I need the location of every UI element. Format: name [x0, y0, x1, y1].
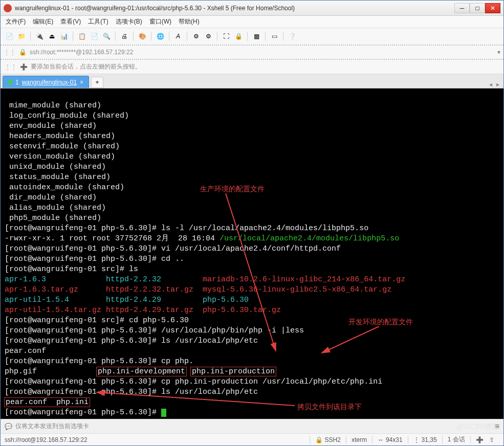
menu-tabs[interactable]: 选项卡(B): [116, 17, 142, 26]
term-line: log_config_module (shared): [5, 112, 129, 120]
lock-button[interactable]: 🔒: [233, 31, 244, 42]
fullscreen-button[interactable]: ⛶: [221, 31, 232, 42]
separator: [169, 32, 169, 41]
term-line: version_module (shared): [5, 152, 115, 161]
font-button[interactable]: A: [172, 31, 184, 42]
svg-line-1: [322, 326, 379, 353]
address-bar: ⋮⋮ 🔒 ssh://root:********@192.168.57.129:…: [1, 46, 503, 60]
input-field[interactable]: [92, 422, 492, 431]
properties-button[interactable]: 📊: [58, 31, 70, 42]
reconnect-button[interactable]: 🔌: [34, 31, 45, 42]
term-line: unixd_module (shared): [5, 163, 106, 171]
status-connection: ssh://root@192.168.57.129:22: [5, 436, 310, 443]
address-dropdown-icon[interactable]: ▾: [497, 49, 500, 56]
status-extra: ➕ ⇪: [470, 436, 499, 443]
term-line: -rwxr-xr-x. 1 root root 37752768 2月 28 1…: [5, 234, 220, 243]
command: /usr/local/php/bin/php -i |less: [161, 326, 304, 335]
menu-window[interactable]: 窗口(W): [149, 17, 171, 26]
session-tab[interactable]: 1 wangruifenglinux-01 ×: [3, 76, 89, 88]
input-menu-icon[interactable]: ≡: [495, 422, 499, 431]
menu-view[interactable]: 查看(V): [60, 17, 81, 26]
toggle-button[interactable]: ▭: [269, 31, 280, 42]
separator: [247, 32, 248, 41]
minimize-button[interactable]: ─: [454, 3, 470, 13]
command: vi /usr/local/apache2.4/conf/httpd.conf: [161, 244, 341, 253]
encoding-button[interactable]: 🌐: [155, 31, 166, 42]
new-session-button[interactable]: 📄: [4, 31, 15, 42]
term-line: php5_module (shared): [5, 214, 101, 222]
new-tab-button[interactable]: +: [91, 77, 103, 88]
help-button[interactable]: ❔: [287, 31, 298, 42]
dir: php-5.6.30: [203, 296, 249, 304]
archive: php-5.6.30.tar.gz: [203, 306, 281, 315]
separator: [265, 32, 266, 41]
copy-button[interactable]: 📋: [76, 31, 87, 42]
open-session-button[interactable]: 📁: [16, 31, 27, 42]
status-cursor-pos: ⋮31,35: [408, 436, 442, 443]
disconnect-button[interactable]: ⏏: [46, 31, 57, 42]
annotation-development: 开发环境的配置文件: [348, 317, 413, 327]
script-button[interactable]: ⚙: [190, 31, 202, 42]
command: ls /usr/local/php/etc: [161, 337, 258, 345]
tab-label: wangruifenglinux-01: [22, 79, 77, 86]
separator: [187, 32, 187, 41]
dir: httpd-2.2.32: [106, 275, 161, 284]
color-scheme-button[interactable]: 🎨: [137, 31, 148, 42]
menu-file[interactable]: 文件(F): [6, 17, 26, 26]
status-dot-icon: [8, 80, 12, 84]
print-button[interactable]: 🖨: [119, 31, 130, 42]
menu-help[interactable]: 帮助(H): [179, 17, 200, 26]
window-title: wangruifenglinux-01 - root@wangruifeng-0…: [15, 5, 451, 12]
term-line: pear.conf: [5, 347, 46, 355]
input-placeholder[interactable]: 仅将文本发送到当前选项卡: [15, 422, 89, 431]
archive: httpd-2.2.32.tar.gz: [106, 285, 193, 294]
archive: apr-util-1.5.4.tar.gz: [5, 306, 101, 315]
term-line: setenvif_module (shared): [5, 142, 120, 151]
find-button[interactable]: 🔍: [101, 31, 112, 42]
prompt: [root@wangruifeng-01 src]#: [5, 265, 129, 274]
status-term-type: xterm: [346, 436, 372, 443]
ini-development: php.ini-development: [97, 367, 186, 376]
command: cp php.ini-production /usr/local/php/etc…: [161, 377, 382, 386]
tab-index: 1: [15, 79, 19, 86]
tab-close-icon[interactable]: ×: [80, 79, 83, 86]
toolbar: 📄 📁 🔌 ⏏ 📊 📋 📄 🔍 🖨 🎨 🌐 A ⚙ ⚙ ⛶ 🔒 ▦ ▭ ❔: [1, 28, 503, 46]
prompt: [root@wangruifeng-01 php-5.6.30]#: [5, 224, 161, 233]
archive: apr-1.6.3.tar.gz: [5, 285, 78, 294]
term-line: env_module (shared): [5, 122, 97, 130]
term-line: autoindex_module (shared): [5, 183, 124, 192]
separator: [283, 32, 283, 41]
close-button[interactable]: ✕: [485, 3, 500, 13]
tab-prev-icon[interactable]: ◂: [489, 81, 492, 88]
new-tab-label: +: [96, 79, 99, 86]
address-grip-icon: ⋮⋮: [4, 49, 16, 56]
separator: [133, 32, 134, 41]
app-icon: [4, 4, 12, 12]
paste-button[interactable]: 📄: [89, 31, 100, 42]
lock-icon: 🔒: [19, 49, 27, 56]
tab-complete: php.gif: [5, 367, 37, 376]
tab-next-icon[interactable]: ▸: [496, 81, 499, 88]
prompt: [root@wangruifeng-01 php-5.6.30]#: [5, 388, 161, 396]
term-line: alias_module (shared): [5, 204, 106, 212]
tile-button[interactable]: ▦: [251, 31, 262, 42]
prompt: [root@wangruifeng-01 php-5.6.30]#: [5, 326, 161, 335]
input-icon: 💬: [5, 423, 12, 430]
term-line: headers_module (shared): [5, 132, 115, 141]
term-line: dir_module (shared): [5, 193, 97, 202]
hint-bar: ⋮⋮ ➕ 要添加当前会话，点击左侧的箭头按钮。: [1, 60, 503, 74]
status-size: ↔94x31: [372, 436, 408, 443]
separator: [73, 32, 73, 41]
tab-strip: 1 wangruifenglinux-01 × + ◂ ▸: [1, 74, 503, 88]
menu-edit[interactable]: 编辑(E): [33, 17, 53, 26]
terminal[interactable]: mime_module (shared) log_config_module (…: [1, 88, 503, 419]
archive: mysql-5.6.36-linux-glibc2.5-x86_64.tar.g…: [203, 285, 391, 294]
hint-text: 要添加当前会话，点击左侧的箭头按钮。: [31, 62, 141, 71]
address-text[interactable]: ssh://root:********@192.168.57.129:22: [30, 49, 494, 56]
maximize-button[interactable]: □: [470, 3, 485, 13]
add-session-icon[interactable]: ➕: [20, 63, 28, 71]
menu-tools[interactable]: 工具(T): [88, 17, 108, 26]
separator: [217, 32, 217, 41]
plus-icon[interactable]: ➕: [476, 436, 484, 443]
script2-button[interactable]: ⚙: [203, 31, 214, 42]
